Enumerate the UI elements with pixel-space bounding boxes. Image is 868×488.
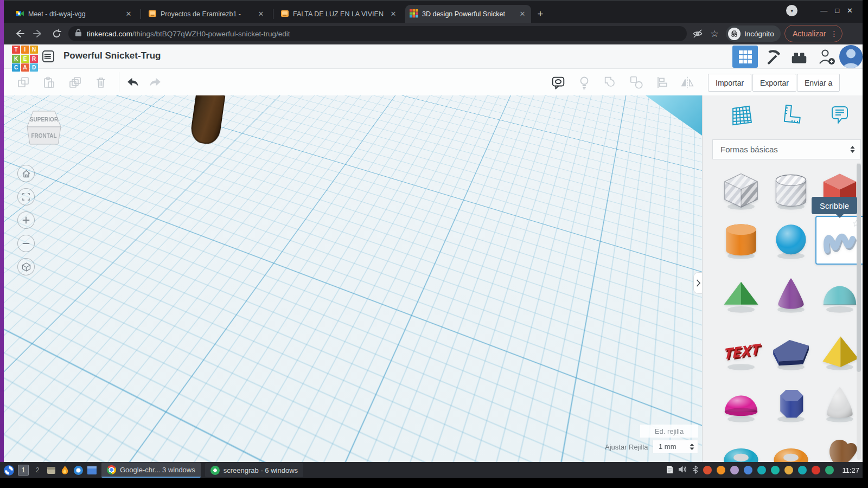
- shape-blue-hex-prism[interactable]: [768, 381, 814, 426]
- dashboard-grid-button[interactable]: [732, 46, 758, 68]
- new-tab-button[interactable]: +: [533, 7, 547, 21]
- send-to-button[interactable]: Enviar a: [797, 74, 840, 92]
- lightbulb-icon[interactable]: [577, 75, 592, 90]
- tab-falta-de-luz[interactable]: FALTA DE LUZ EN LA VIVIEN ✕: [276, 5, 402, 23]
- bookmark-star-icon[interactable]: ☆: [706, 25, 723, 42]
- tray-app-icon[interactable]: [703, 466, 712, 474]
- forward-icon[interactable]: [30, 25, 46, 42]
- reload-icon[interactable]: [48, 25, 65, 42]
- design-properties-icon[interactable]: [41, 49, 56, 64]
- notes-tray-icon[interactable]: [666, 465, 673, 476]
- tab-close-icon[interactable]: ✕: [518, 10, 527, 18]
- shapes-panel: Formas básicas ☆TEXTTEXT Scribble: [702, 95, 863, 462]
- shape-scribble[interactable]: ☆: [815, 216, 863, 265]
- shape-navy-polygon[interactable]: [768, 329, 814, 374]
- tab-close-icon[interactable]: ✕: [389, 10, 398, 18]
- orthographic-view-icon[interactable]: [17, 258, 35, 275]
- update-chrome-button[interactable]: Actualizar ⋮: [784, 25, 843, 42]
- copy-icon[interactable]: [16, 75, 31, 90]
- shape-yellow-pyramid[interactable]: [817, 329, 863, 374]
- tray-app-icon[interactable]: [798, 466, 807, 474]
- fit-view-icon[interactable]: [17, 188, 35, 206]
- notes-comment-icon[interactable]: [551, 75, 566, 90]
- minimize-icon[interactable]: —: [820, 7, 827, 15]
- tab-close-icon[interactable]: ✕: [257, 10, 265, 18]
- tab-proyectos[interactable]: Proyectos de Eramirezb1 - ✕: [144, 5, 270, 23]
- taskbar-clock[interactable]: 11:27: [842, 466, 859, 474]
- undo-icon[interactable]: [125, 75, 140, 90]
- workspace-2[interactable]: 2: [32, 465, 43, 476]
- snap-grid-select[interactable]: 1 mm: [653, 440, 698, 453]
- export-button[interactable]: Exportar: [752, 74, 796, 92]
- shape-teal-round-roof[interactable]: [817, 271, 863, 317]
- shape-magenta-half-sphere[interactable]: [718, 381, 764, 426]
- panel-scrollbar[interactable]: [857, 163, 861, 460]
- tab-close-icon[interactable]: ✕: [124, 10, 133, 18]
- redo-icon[interactable]: [148, 75, 163, 90]
- import-button[interactable]: Importar: [708, 74, 751, 92]
- back-icon[interactable]: [11, 25, 28, 42]
- shape-red-text[interactable]: TEXTTEXT: [718, 329, 764, 374]
- browser-menu-icon[interactable]: ⋮: [830, 29, 838, 38]
- add-person-icon[interactable]: [818, 48, 836, 66]
- view-cube[interactable]: SUPERIOR FRONTAL: [23, 110, 65, 147]
- tab-3d-design-active[interactable]: 3D design Powerful Snicket ✕: [405, 5, 531, 23]
- tray-app-icon[interactable]: [771, 466, 780, 474]
- lego-brick-icon[interactable]: [789, 48, 809, 67]
- shape-orange-torus[interactable]: [768, 433, 814, 462]
- shape-teal-torus[interactable]: [718, 433, 764, 462]
- zoom-in-icon[interactable]: [17, 211, 35, 229]
- tray-app-icon[interactable]: [784, 466, 793, 474]
- flame-app-icon[interactable]: [60, 464, 70, 477]
- duplicate-icon[interactable]: [67, 75, 82, 90]
- delete-icon[interactable]: [93, 75, 108, 90]
- shape-transparent-cylinder[interactable]: [768, 168, 814, 214]
- shape-transparent-box[interactable]: [718, 168, 764, 214]
- 3d-viewport[interactable]: SUPERIOR FRONTAL E: [4, 95, 702, 462]
- paste-icon[interactable]: [41, 75, 56, 90]
- volume-icon[interactable]: [678, 465, 687, 475]
- mirror-flip-icon[interactable]: [680, 75, 695, 90]
- shape-purple-cone[interactable]: [768, 271, 814, 317]
- tab-meet[interactable]: Meet - dti-wyaj-vgg ✕: [11, 5, 137, 23]
- blue-circle-app-icon[interactable]: [73, 464, 84, 477]
- home-view-icon[interactable]: [17, 165, 35, 182]
- close-icon[interactable]: ✕: [847, 7, 853, 15]
- app-launcher-icon[interactable]: [3, 464, 15, 477]
- shape-silver-paraboloid[interactable]: [817, 381, 863, 426]
- incognito-icon: [728, 28, 741, 40]
- taskbar-window-chrome[interactable]: Google-chr... 3 windows: [101, 463, 201, 478]
- group-icon[interactable]: [603, 75, 618, 90]
- user-avatar[interactable]: [839, 45, 863, 68]
- design-title[interactable]: Powerful Snicket-Trug: [63, 50, 161, 61]
- shape-orange-cylinder[interactable]: [718, 217, 764, 263]
- tray-app-icon[interactable]: [730, 466, 739, 474]
- shape-brown-heart[interactable]: [817, 433, 863, 462]
- shape-green-roof[interactable]: [718, 271, 764, 317]
- tray-app-icon[interactable]: [825, 466, 834, 474]
- tab-search-icon[interactable]: ▾: [786, 5, 797, 16]
- bluetooth-icon[interactable]: [692, 465, 698, 476]
- spinner-arrows-icon[interactable]: [690, 444, 694, 450]
- file-manager-icon[interactable]: [46, 464, 56, 477]
- edit-grid-button[interactable]: Ed. rejilla: [640, 425, 698, 438]
- view-controls: [17, 165, 35, 275]
- maximize-icon[interactable]: □: [835, 7, 839, 15]
- panel-collapse-handle[interactable]: [693, 272, 702, 294]
- address-bar[interactable]: tinkercad.com/things/btBQ77qWZH0-powerfu…: [68, 26, 687, 41]
- tinkercad-logo[interactable]: TINKERCAD: [12, 46, 39, 73]
- taskbar-window-screengrab[interactable]: screengrab - 6 windows: [205, 463, 303, 477]
- minecraft-pickaxe-icon[interactable]: [762, 47, 782, 67]
- tray-app-icon[interactable]: [717, 466, 725, 474]
- tray-app-icon[interactable]: [757, 466, 766, 474]
- workspace-1[interactable]: 1: [18, 465, 29, 476]
- shape-blue-sphere[interactable]: [768, 217, 814, 263]
- window-app-icon[interactable]: [87, 464, 97, 477]
- tray-app-icon[interactable]: [812, 466, 820, 474]
- zoom-out-icon[interactable]: [17, 235, 35, 252]
- ungroup-icon[interactable]: [629, 75, 644, 90]
- eye-off-icon[interactable]: [690, 25, 706, 42]
- align-icon[interactable]: [655, 75, 670, 90]
- panel-scrollbar-thumb[interactable]: [857, 164, 861, 372]
- tray-app-icon[interactable]: [744, 466, 752, 474]
